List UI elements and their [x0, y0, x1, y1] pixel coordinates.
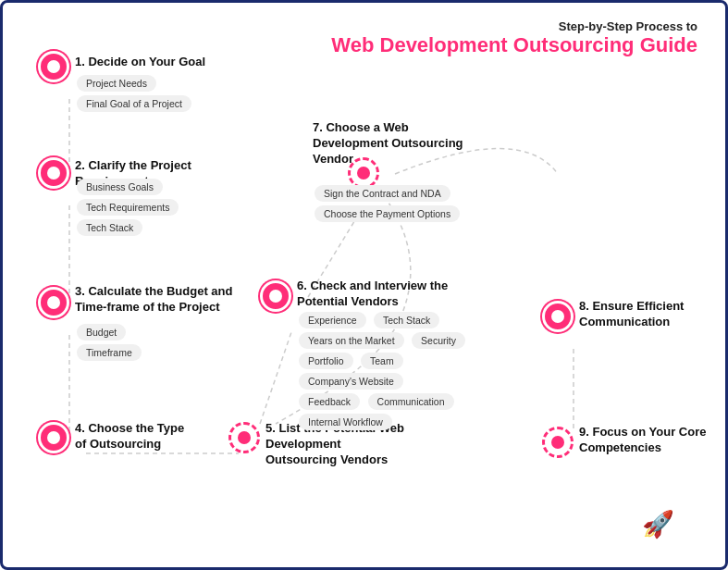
step9-circle-inner: [551, 436, 564, 449]
tag-payment-options: Choose the Payment Options: [315, 205, 460, 222]
header: Step-by-Step Process to Web Development …: [331, 19, 697, 57]
step2-circle-inner: [47, 167, 60, 180]
main-container: Step-by-Step Process to Web Development …: [0, 0, 728, 570]
tag-project-needs: Project Needs: [77, 75, 156, 92]
step1-circle-inner: [47, 60, 60, 73]
svg-line-4: [260, 329, 292, 424]
tag-portfolio: Portfolio: [299, 353, 353, 369]
tag-tech-stack-2: Tech Stack: [77, 219, 142, 236]
step2-circle: [38, 157, 69, 189]
step1-circle: [38, 51, 69, 82]
step6-label: 6. Check and Interview the Potential Ven…: [297, 279, 463, 310]
step7-tags: Sign the Contract and NDA Choose the Pay…: [313, 183, 462, 224]
tag-tech-stack-6: Tech Stack: [374, 312, 439, 328]
step8-circle: [542, 301, 574, 332]
step1-label: 1. Decide on Your Goal: [75, 55, 205, 70]
step3-circle-inner: [47, 296, 60, 309]
tag-tech-requirements: Tech Requirements: [77, 199, 179, 216]
tag-feedback: Feedback: [299, 393, 360, 410]
tag-company-website: Company's Website: [299, 373, 403, 390]
tag-experience: Experience: [299, 312, 366, 328]
tag-sign-contract: Sign the Contract and NDA: [315, 185, 450, 202]
tag-final-goal: Final Goal of a Project: [77, 95, 191, 112]
step5-circle-inner: [238, 431, 251, 444]
step2-tags: Business Goals Tech Requirements Tech St…: [75, 177, 180, 238]
tag-timeframe: Timeframe: [77, 344, 142, 361]
step7-circle-inner: [357, 167, 370, 180]
step7-label: 7. Choose a Web Development Outsourcing …: [313, 120, 484, 167]
tag-budget: Budget: [77, 324, 126, 341]
tag-team: Team: [361, 353, 403, 369]
tag-security: Security: [412, 332, 465, 349]
header-subtitle: Step-by-Step Process to: [331, 19, 697, 33]
tag-internal-workflow: Internal Workflow: [299, 414, 392, 430]
step4-circle: [38, 422, 69, 453]
step1-tags: Project Needs Final Goal of a Project: [75, 73, 193, 114]
step3-circle: [38, 287, 69, 318]
step9-circle: [542, 427, 574, 458]
step3-tags: Budget Timeframe: [75, 322, 143, 363]
step6-tags: Experience Tech Stack Years on the Marke…: [297, 310, 467, 432]
tag-years-market: Years on the Market: [299, 332, 404, 349]
step5-circle: [228, 422, 260, 453]
step8-circle-inner: [551, 310, 564, 323]
tag-business-goals: Business Goals: [77, 179, 163, 195]
step6-circle-inner: [269, 290, 282, 303]
step4-circle-inner: [47, 431, 60, 444]
step4-label: 4. Choose the Type of Outsourcing: [75, 421, 195, 452]
rocket-icon: 🚀: [642, 509, 674, 539]
step3-label: 3. Calculate the Budget and Time-frame o…: [75, 284, 260, 316]
header-title: Web Development Outsourcing Guide: [331, 33, 697, 57]
step9-label: 9. Focus on Your Core Competencies: [579, 425, 709, 456]
tag-communication: Communication: [368, 393, 454, 410]
step6-circle: [260, 280, 291, 312]
step8-label: 8. Ensure Efficient Communication: [579, 299, 709, 330]
